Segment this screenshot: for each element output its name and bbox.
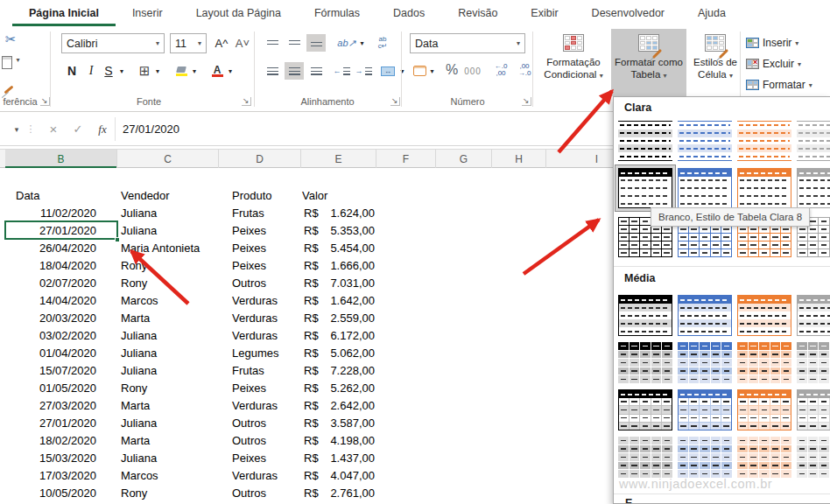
orientation-button[interactable]: ab↗	[335, 34, 358, 52]
bold-button[interactable]: N	[63, 61, 81, 80]
paste-chevron[interactable]: ▾	[16, 56, 19, 64]
format-cells-button[interactable]: Formatar ▾	[746, 75, 812, 94]
cell-date[interactable]: 27/01/2020	[5, 414, 96, 431]
cell-produto[interactable]: Peixes	[232, 256, 266, 274]
cell-produto[interactable]: Peixes	[232, 449, 266, 466]
merge-chevron[interactable]: ▾	[397, 62, 407, 80]
cell-vendedor[interactable]: Rony	[121, 379, 147, 396]
table-header-produto[interactable]: Produto	[232, 186, 272, 204]
cell-valor[interactable]: 4.047,00	[308, 466, 375, 484]
cell-vendedor[interactable]: Juliana	[121, 344, 157, 361]
table-style-media-r2-black[interactable]	[618, 342, 672, 383]
font-color-button[interactable]: A	[208, 61, 226, 80]
format-as-table-button[interactable]: Formatar como Tabela ▾	[611, 29, 686, 96]
cell-date[interactable]: 03/02/2020	[5, 326, 96, 344]
name-box-chevron[interactable]: ▾	[9, 112, 25, 146]
insert-chevron[interactable]: ▾	[795, 39, 798, 47]
cell-valor[interactable]: 2.761,00	[308, 484, 375, 501]
cell-vendedor[interactable]: Juliana	[121, 221, 157, 239]
cell-date[interactable]: 11/02/2020	[5, 204, 96, 221]
cell-vendedor[interactable]: Juliana	[121, 326, 157, 344]
chevron-down-icon[interactable]: ▾	[517, 39, 520, 47]
decrease-indent-button[interactable]: ←	[332, 62, 351, 80]
number-format-combo[interactable]: Data ▾	[410, 33, 525, 53]
tab-f-rmulas[interactable]: Fórmulas	[298, 0, 376, 26]
cell-date[interactable]: 15/07/2020	[5, 361, 96, 379]
cell-vendedor[interactable]: Juliana	[121, 414, 157, 431]
cell-date[interactable]: 18/04/2020	[5, 256, 96, 274]
formula-input[interactable]: 27/01/2020	[123, 112, 179, 146]
table-style-clara-r1-orange[interactable]	[737, 121, 791, 161]
cell-vendedor[interactable]: Marta	[121, 431, 150, 449]
table-style-clara-r1-blue[interactable]	[678, 121, 732, 161]
cell-valor[interactable]: 5.454,00	[308, 239, 375, 256]
align-middle-button[interactable]	[285, 34, 304, 52]
paste-button[interactable]: ▾	[2, 56, 19, 73]
delete-chevron[interactable]: ▾	[798, 60, 801, 68]
cell-valor[interactable]: 1.666,00	[308, 256, 375, 274]
chevron-down-icon[interactable]: ▾	[156, 39, 159, 47]
table-header-valor[interactable]: Valor	[302, 186, 327, 204]
cell-valor[interactable]: 1.624,00	[308, 204, 375, 221]
borders-icon[interactable]: ⊞	[136, 61, 153, 80]
table-style-media-r1-black[interactable]	[618, 295, 672, 336]
tab-dados[interactable]: Dados	[376, 0, 441, 26]
cell-date[interactable]: 26/04/2020	[5, 239, 96, 256]
accounting-chevron[interactable]: ▾	[427, 62, 437, 80]
cell-valor[interactable]: 5.353,00	[308, 221, 375, 239]
table-style-media-r3-gray[interactable]	[797, 389, 830, 430]
cell-vendedor[interactable]: Juliana	[121, 204, 157, 221]
tab-desenvolvedor[interactable]: Desenvolvedor	[575, 0, 681, 26]
cell-valor[interactable]: 3.587,00	[308, 414, 375, 431]
cell-produto[interactable]: Legumes	[232, 344, 278, 361]
alignment-dialog-launcher[interactable]: ↘	[390, 97, 400, 106]
borders-chevron[interactable]: ▾	[152, 61, 163, 80]
italic-button[interactable]: I	[83, 61, 99, 80]
confirm-icon[interactable]: ✓	[67, 112, 89, 146]
cancel-icon[interactable]: ×	[42, 112, 65, 146]
column-header-G[interactable]: G	[436, 150, 492, 168]
align-left-button[interactable]	[263, 62, 282, 80]
cell-produto[interactable]: Peixes	[232, 221, 266, 239]
cell-vendedor[interactable]: Juliana	[121, 361, 157, 379]
cell-vendedor[interactable]: Marta	[121, 309, 150, 326]
tab-exibir[interactable]: Exibir	[514, 0, 574, 26]
table-style-clara-r1-gray[interactable]	[797, 121, 830, 161]
increase-decimal-button[interactable]: ←.0 ,00	[490, 60, 511, 80]
tab-layout-da-p-gina[interactable]: Layout da Página	[179, 0, 298, 26]
table-header-data[interactable]: Data	[16, 186, 39, 204]
clipboard-dialog-launcher[interactable]: ↘	[40, 97, 50, 106]
cell-date[interactable]: 14/04/2020	[5, 291, 96, 309]
increase-indent-button[interactable]: →	[354, 62, 373, 80]
format-painter-button[interactable]	[4, 79, 14, 94]
accounting-format-button[interactable]	[411, 62, 428, 80]
table-style-media-r1-gray[interactable]	[797, 295, 830, 336]
cell-valor[interactable]: 2.642,00	[308, 396, 375, 414]
cell-vendedor[interactable]: Rony	[121, 274, 147, 291]
cell-date[interactable]: 01/04/2020	[5, 344, 96, 361]
font-size-combo[interactable]: 11 ▾	[170, 33, 207, 53]
grow-font-button[interactable]: A^	[212, 33, 231, 52]
cell-produto[interactable]: Verduras	[232, 326, 278, 344]
column-header-B[interactable]: B	[5, 150, 117, 168]
selected-cell-outline[interactable]	[4, 220, 118, 240]
cell-date[interactable]: 18/02/2020	[5, 431, 96, 449]
table-style-media-r2-blue[interactable]	[678, 342, 732, 383]
column-header-H[interactable]: H	[492, 150, 546, 168]
cell-date[interactable]: 15/03/2020	[5, 449, 96, 466]
table-style-media-r4-blue[interactable]	[678, 437, 732, 478]
underline-button[interactable]: S	[101, 61, 116, 80]
font-color-chevron[interactable]: ▾	[225, 61, 236, 80]
table-style-media-r1-blue[interactable]	[678, 295, 732, 336]
table-style-clara-r2-gray[interactable]	[797, 168, 830, 208]
fill-color-chevron[interactable]: ▾	[189, 61, 200, 80]
cell-produto[interactable]: Peixes	[232, 379, 266, 396]
cell-vendedor[interactable]: Marcos	[121, 466, 158, 484]
cell-valor[interactable]: 1.642,00	[308, 291, 375, 309]
cell-produto[interactable]: Verduras	[232, 291, 278, 309]
fx-icon[interactable]: fx	[91, 112, 114, 146]
shrink-font-button[interactable]: A˅	[233, 33, 252, 52]
align-bottom-button[interactable]	[306, 34, 326, 52]
table-style-media-r4-black[interactable]	[618, 437, 672, 478]
table-style-clara-r2-orange[interactable]	[737, 168, 791, 208]
